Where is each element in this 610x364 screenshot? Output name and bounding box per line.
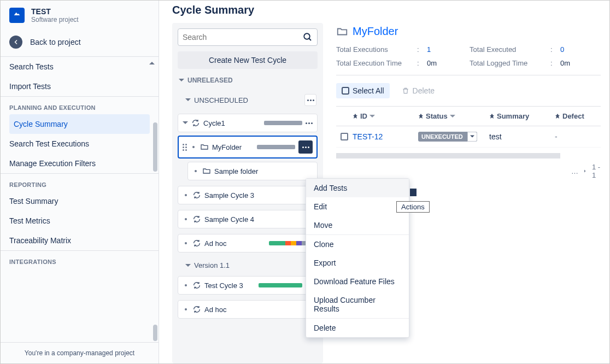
pin-icon — [353, 114, 358, 119]
actions-button[interactable] — [298, 140, 313, 154]
search-icon — [303, 32, 313, 42]
ctx-upload[interactable]: Upload Cucumber Results — [306, 291, 409, 318]
nav-search-tests[interactable]: Search Tests — [1, 57, 159, 77]
progress-bar — [259, 283, 302, 287]
scroll-thumb[interactable] — [153, 325, 157, 341]
tree-node-myfolder[interactable]: MyFolder — [178, 136, 318, 158]
tree-node-adhoc[interactable]: Ad hoc — [178, 234, 318, 253]
nav-manage-filters[interactable]: Manage Execution Filters — [1, 154, 159, 173]
nav-cycle-summary[interactable]: Cycle Summary — [9, 114, 150, 134]
actions-row: Select All Delete — [336, 75, 601, 106]
chevron-down-icon — [183, 120, 188, 126]
progress-bar — [264, 121, 302, 125]
sort-icon[interactable] — [450, 114, 455, 119]
ctx-add-tests[interactable]: Add Tests — [306, 179, 409, 197]
nav-test-summary[interactable]: Test Summary — [1, 191, 159, 211]
nav-test-metrics[interactable]: Test Metrics — [1, 211, 159, 231]
project-name: TEST — [31, 7, 79, 16]
tree-node-sample-folder[interactable]: Sample folder — [187, 162, 318, 180]
nav: Search Tests Import Tests PLANNING AND E… — [1, 57, 159, 342]
more-button[interactable] — [304, 94, 316, 106]
chevron-right-icon[interactable] — [584, 169, 586, 173]
chevron-down-icon — [185, 263, 191, 268]
sort-icon[interactable] — [369, 114, 375, 119]
tooltip: Actions — [396, 201, 430, 213]
cycle-icon — [192, 239, 201, 248]
chevron-down-icon — [179, 78, 184, 83]
folder-icon — [202, 167, 211, 175]
stats: Total Executions:1 Total Execution Time:… — [336, 45, 601, 75]
tree-unreleased[interactable]: UNRELEASED — [178, 74, 318, 86]
ctx-clone[interactable]: Clone — [306, 235, 409, 254]
cycle-icon — [191, 119, 200, 127]
project-header: TEST Software project — [1, 1, 159, 30]
pin-icon — [555, 114, 560, 119]
more-icon[interactable]: … — [571, 167, 578, 175]
tree-version[interactable]: Version 1.1 — [178, 258, 318, 271]
row-checkbox[interactable] — [341, 133, 348, 140]
search-input[interactable] — [183, 33, 303, 42]
tree-node-test-cycle3[interactable]: Test Cycle 3 — [178, 276, 318, 295]
sidebar: TEST Software project Back to project Se… — [1, 1, 159, 363]
page-title: Cycle Summary — [172, 1, 601, 23]
back-to-project[interactable]: Back to project — [1, 30, 159, 56]
ctx-move[interactable]: Move — [306, 216, 409, 234]
cycle-icon — [192, 215, 201, 224]
back-arrow-icon — [9, 36, 22, 49]
cell-defect: - — [555, 132, 593, 141]
cycle-icon — [192, 191, 201, 199]
back-label: Back to project — [30, 38, 81, 46]
pager-scrollbar[interactable] — [336, 153, 601, 158]
svg-point-0 — [304, 33, 310, 39]
pager-dark — [410, 189, 417, 196]
chevron-down-icon — [185, 97, 191, 103]
more-icon[interactable] — [306, 122, 313, 124]
tree-node-sample-cycle4[interactable]: Sample Cycle 4 — [178, 210, 318, 228]
folder-icon — [336, 26, 348, 38]
nav-traceability[interactable]: Traceability Matrix — [1, 231, 159, 250]
folder-icon — [200, 143, 209, 151]
table-row[interactable]: TEST-12 UNEXECUTED test - — [336, 126, 601, 148]
section-planning: PLANNING AND EXECUTION — [1, 97, 159, 114]
drag-handle-icon[interactable] — [183, 144, 187, 151]
footer-text: You're in a company-managed project — [1, 342, 159, 363]
nav-import-tests[interactable]: Import Tests — [1, 77, 159, 96]
checkbox-icon — [342, 87, 349, 95]
search-box[interactable] — [178, 28, 318, 46]
cycle-icon — [192, 281, 201, 290]
ctx-export[interactable]: Export — [306, 254, 409, 272]
tree-panel: Create New Test Cycle UNRELEASED UNSCHED… — [172, 23, 323, 363]
pager: … 1 - 1 — [336, 158, 601, 179]
delete-button: Delete — [396, 83, 440, 98]
ctx-edit[interactable]: Edit — [306, 197, 409, 216]
scroll-up-icon[interactable] — [149, 59, 156, 66]
scroll-thumb[interactable] — [153, 122, 157, 172]
tree-node-adhoc2[interactable]: Ad hoc — [178, 300, 318, 319]
context-menu: Add Tests Edit Move Clone Export Downloa… — [306, 178, 409, 338]
create-cycle-button[interactable]: Create New Test Cycle — [178, 51, 318, 69]
nav-search-executions[interactable]: Search Test Executions — [1, 134, 159, 154]
status-badge[interactable]: UNEXECUTED — [418, 132, 477, 142]
tree-unscheduled[interactable]: UNSCHEDULED — [178, 92, 318, 108]
cell-summary: test — [489, 132, 555, 141]
trash-icon — [402, 87, 409, 95]
chevron-down-icon[interactable] — [467, 132, 477, 142]
project-subtitle: Software project — [31, 16, 79, 24]
pin-icon — [489, 114, 495, 119]
cycle-icon — [192, 305, 201, 314]
select-all-button[interactable]: Select All — [336, 83, 390, 98]
detail-title: MyFolder — [336, 25, 601, 45]
section-reporting: REPORTING — [1, 174, 159, 191]
tree-node-cycle1[interactable]: Cycle1 — [178, 114, 318, 132]
executions-table: ID Status Summary — [336, 106, 601, 179]
section-integrations: INTEGRATIONS — [1, 251, 159, 268]
tree-node-sample-cycle3[interactable]: Sample Cycle 3 — [178, 186, 318, 204]
ctx-delete[interactable]: Delete — [306, 319, 409, 337]
progress-bar — [257, 145, 295, 149]
pin-icon — [418, 114, 424, 119]
svg-line-1 — [309, 38, 311, 40]
ctx-download[interactable]: Download Feature Files — [306, 272, 409, 291]
project-icon — [9, 8, 25, 23]
cell-id[interactable]: TEST-12 — [353, 132, 418, 141]
